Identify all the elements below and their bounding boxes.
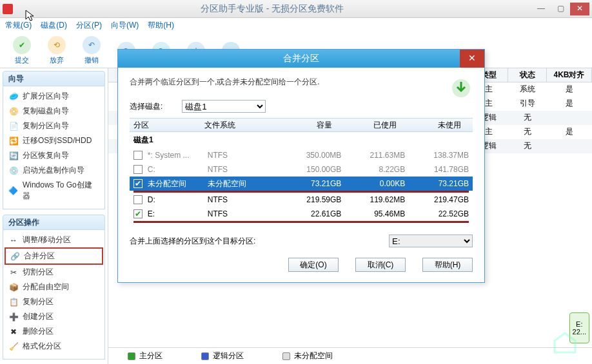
legend-logical: 逻辑分区: [201, 350, 244, 361]
partition-row[interactable]: *: System ... NTFS 350.00MB 211.63MB 138…: [130, 148, 473, 162]
disk-select-row: 选择磁盘: 磁盘1: [130, 100, 473, 113]
menu-partition[interactable]: 分区(P): [76, 20, 102, 31]
destination-label: 合并上面选择的分区到这个目标分区:: [130, 236, 255, 247]
partition-row-selected[interactable]: ✔ 未分配空间 未分配空间 73.21GB 0.00KB 73.21GB: [130, 177, 473, 191]
dialog-close-button[interactable]: ✕: [460, 50, 484, 68]
merge-icon: [449, 77, 473, 100]
dialog-description: 合并两个临近分区到一个,或合并未分配空间给一个分区.: [130, 77, 473, 88]
sidebar-item-label: 切割分区: [23, 267, 54, 278]
sidebar-item-label: 扩展分区向导: [23, 91, 69, 102]
cancel-button[interactable]: 取消(C): [355, 258, 406, 272]
sidebar-item-copy-disk[interactable]: 📀复制磁盘向导: [5, 104, 103, 119]
sidebar-item-label: 删除分区: [23, 326, 54, 337]
legend-primary: 主分区: [128, 350, 163, 361]
maximize-button[interactable]: ▢: [551, 3, 570, 15]
partition-row[interactable]: ✔ E: NTFS 22.61GB 95.46MB 22.52GB: [130, 207, 473, 221]
close-button[interactable]: ✕: [570, 3, 589, 15]
destination-row: 合并上面选择的分区到这个目标分区: E:: [130, 235, 473, 247]
swatch-icon: [282, 352, 290, 360]
swatch-icon: [128, 352, 135, 360]
minimize-button[interactable]: —: [531, 3, 551, 15]
sidebar-item-wintogo[interactable]: 🔷Windows To Go创建器: [5, 178, 103, 204]
partition-table-header: 分区 文件系统 容量 已使用 未使用: [130, 118, 473, 132]
undo-icon: ↶: [83, 36, 101, 54]
sidebar-item-label: 迁移OS到SSD/HDD: [23, 135, 92, 146]
ops-panel: ↔调整/移动分区 🔗合并分区 ✂切割分区 📦分配自由空间 📋复制分区 ➕创建分区…: [3, 230, 105, 359]
dialog-buttons: 确定(O) 取消(C) 帮助(H): [130, 255, 473, 274]
menu-general[interactable]: 常规(G): [5, 20, 32, 31]
sidebar-item-format[interactable]: 🧹格式化分区: [5, 339, 103, 354]
col-status: 状态: [508, 68, 547, 82]
sidebar-item-extend[interactable]: 🥏扩展分区向导: [5, 89, 103, 104]
ok-button[interactable]: 确定(O): [288, 258, 339, 272]
alloc-icon: 📦: [8, 282, 19, 292]
watermark-badge: [549, 327, 580, 358]
sidebar-item-copy[interactable]: 📋复制分区: [5, 294, 103, 309]
window-title: 分区助手专业版 - 无损分区免费软件: [13, 3, 531, 15]
dialog-title: 合并分区 ✕: [118, 50, 484, 68]
sidebar-item-label: 合并分区: [24, 251, 55, 262]
usb-icon: 🔷: [8, 186, 19, 196]
discard-icon: ⟲: [48, 36, 66, 54]
format-icon: 🧹: [8, 341, 19, 352]
copy-icon: 📄: [8, 121, 19, 131]
checkbox[interactable]: [133, 151, 143, 160]
disk-group-label: 磁盘1: [130, 132, 473, 148]
checkbox[interactable]: [133, 195, 143, 204]
split-icon: ✂: [8, 267, 19, 278]
partition-row[interactable]: D: NTFS 219.59GB 119.62MB 219.47GB: [130, 193, 473, 207]
sidebar-item-recover[interactable]: 🔄分区恢复向导: [5, 148, 103, 163]
sidebar-item-migrate-os[interactable]: 🔁迁移OS到SSD/HDD: [5, 133, 103, 148]
migrate-icon: 🔁: [8, 136, 19, 146]
disk-icon: 🥏: [8, 91, 19, 102]
toolbar-commit[interactable]: ✔ 提交: [10, 36, 34, 65]
help-button[interactable]: 帮助(H): [422, 258, 473, 272]
legend-unalloc: 未分配空间: [282, 350, 333, 361]
resize-icon: ↔: [8, 235, 19, 245]
checkbox[interactable]: ✔: [133, 179, 143, 188]
sidebar-item-merge[interactable]: 🔗合并分区: [5, 247, 103, 265]
sidebar: 向导 🥏扩展分区向导 📀复制磁盘向导 📄复制分区向导 🔁迁移OS到SSD/HDD…: [0, 68, 108, 364]
sidebar-item-resize[interactable]: ↔调整/移动分区: [5, 233, 103, 247]
ops-panel-header: 分区操作: [3, 215, 105, 230]
sidebar-item-delete[interactable]: ✖删除分区: [5, 324, 103, 339]
legend: 主分区 逻辑分区 未分配空间: [108, 347, 592, 364]
swatch-icon: [201, 352, 209, 360]
toolbar-undo-label: 撤销: [84, 55, 99, 65]
toolbar-undo[interactable]: ↶ 撤销: [80, 36, 103, 65]
sidebar-item-allocate[interactable]: 📦分配自由空间: [5, 280, 103, 294]
destination-select[interactable]: E:: [389, 235, 473, 247]
sidebar-item-split[interactable]: ✂切割分区: [5, 265, 103, 280]
sidebar-item-label: 格式化分区: [23, 341, 61, 352]
partition-row[interactable]: C: NTFS 150.00GB 8.22GB 141.78GB: [130, 162, 473, 177]
delete-icon: ✖: [8, 327, 19, 337]
wizard-panel-header: 向导: [3, 71, 105, 86]
sidebar-item-label: 复制分区: [23, 296, 54, 307]
sidebar-item-label: 分配自由空间: [23, 282, 69, 292]
sidebar-item-boot-cd[interactable]: 💿启动光盘制作向导: [5, 163, 103, 178]
sidebar-item-label: Windows To Go创建器: [23, 180, 99, 202]
cd-icon: 💿: [8, 166, 19, 176]
app-icon: [3, 4, 13, 14]
sidebar-item-label: 分区恢复向导: [23, 150, 69, 161]
checkbox[interactable]: ✔: [133, 209, 143, 218]
check-icon: ✔: [13, 36, 31, 54]
sidebar-item-copy-part[interactable]: 📄复制分区向导: [5, 119, 103, 133]
menu-disk[interactable]: 磁盘(D): [41, 20, 67, 31]
disk-select-label: 选择磁盘:: [130, 101, 163, 112]
sidebar-item-label: 启动光盘制作向导: [23, 165, 84, 176]
menu-help[interactable]: 帮助(H): [148, 20, 174, 31]
sidebar-item-label: 复制分区向导: [23, 120, 69, 131]
merge-icon: 🔗: [10, 251, 20, 262]
copy-icon: 📋: [8, 297, 19, 307]
wizard-panel: 🥏扩展分区向导 📀复制磁盘向导 📄复制分区向导 🔁迁移OS到SSD/HDD 🔄分…: [3, 86, 105, 209]
create-icon: ➕: [8, 312, 19, 322]
sidebar-item-label: 创建分区: [23, 311, 54, 322]
toolbar-discard[interactable]: ⟲ 放弃: [45, 36, 68, 65]
checkbox[interactable]: [133, 165, 143, 174]
sidebar-item-create[interactable]: ➕创建分区: [5, 309, 103, 324]
sidebar-item-label: 调整/移动分区: [23, 235, 71, 245]
toolbar-commit-label: 提交: [15, 55, 29, 65]
menu-wizard[interactable]: 向导(W): [111, 20, 139, 31]
disk-select[interactable]: 磁盘1: [182, 100, 266, 113]
